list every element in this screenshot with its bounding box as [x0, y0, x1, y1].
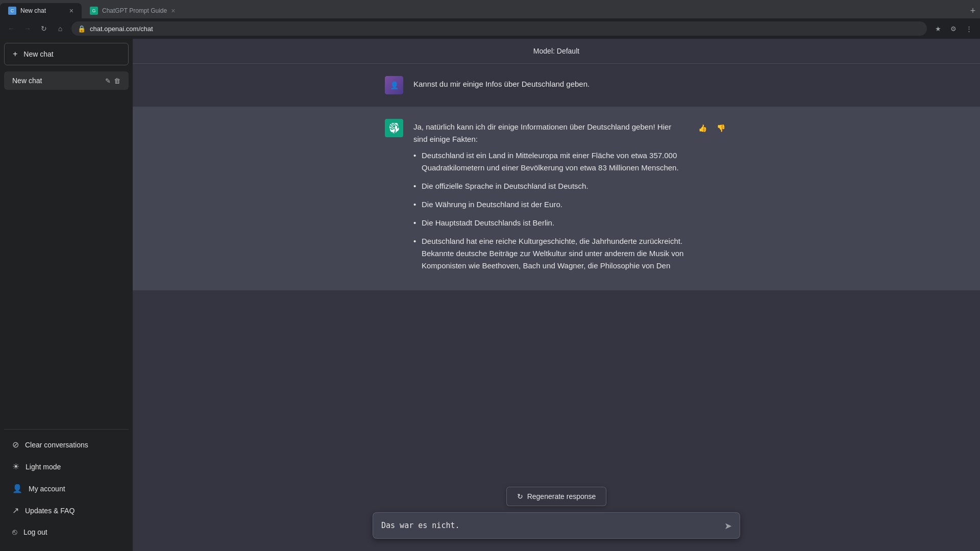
bottom-area: ↻ Regenerate response ➤	[133, 479, 980, 552]
clear-conversations-icon: ⊘	[12, 440, 19, 449]
user-avatar: 👤	[385, 76, 403, 94]
browser-toolbar: ← → ↻ ⌂ 🔒 chat.openai.com/chat ★ ⚙ ⋮	[0, 18, 980, 39]
delete-chat-button[interactable]: 🗑	[114, 77, 120, 85]
clear-conversations-label: Clear conversations	[25, 441, 88, 449]
main-content: Model: Default 👤Kannst du mir einige Inf…	[133, 39, 980, 551]
light-mode-icon: ☀	[12, 462, 19, 471]
sidebar-footer: ⊘Clear conversations☀Light mode👤My accou…	[4, 429, 129, 547]
send-icon: ➤	[724, 520, 732, 532]
browser-tab-tab-new-chat[interactable]: CNew chat×	[0, 3, 82, 18]
browser-tabs: CNew chat×GChatGPT Prompt Guide× +	[0, 0, 980, 18]
bullet-point-4: Deutschland hat eine reiche Kulturgeschi…	[413, 235, 685, 272]
menu-button[interactable]: ⋮	[962, 21, 976, 36]
new-chat-button[interactable]: + New chat	[4, 43, 129, 65]
message-intro: Ja, natürlich kann ich dir einige Inform…	[413, 121, 685, 145]
message-body-msg-2: Ja, natürlich kann ich dir einige Inform…	[413, 119, 685, 278]
sidebar-item-updates-faq[interactable]: ↗Updates & FAQ	[4, 499, 129, 521]
browser-chrome: CNew chat×GChatGPT Prompt Guide× + ← → ↻…	[0, 0, 980, 39]
thumbs-down-button[interactable]: 👎	[714, 121, 728, 135]
edit-chat-button[interactable]: ✎	[105, 77, 111, 85]
sidebar-item-log-out[interactable]: ⎋Log out	[4, 521, 129, 543]
sidebar-item-chat-1[interactable]: New chat✎🗑	[4, 71, 129, 90]
thumbs-up-button[interactable]: 👍	[695, 121, 709, 135]
forward-button[interactable]: →	[20, 21, 35, 36]
toolbar-actions: ★ ⚙ ⋮	[931, 21, 976, 36]
input-container: ➤	[373, 512, 740, 541]
tab-close-button[interactable]: ×	[171, 7, 175, 14]
address-bar[interactable]: 🔒 chat.openai.com/chat	[71, 21, 927, 36]
chat-item-label: New chat	[12, 77, 101, 85]
tab-favicon: C	[8, 7, 16, 15]
bullet-point-1: Die offizielle Sprache in Deutschland is…	[413, 180, 685, 192]
message-bullet-list: Deutschland ist ein Land in Mitteleuropa…	[413, 149, 685, 272]
chat-history: New chat✎🗑	[4, 67, 129, 429]
sidebar-item-light-mode[interactable]: ☀Light mode	[4, 456, 129, 478]
regenerate-label: Regenerate response	[527, 492, 596, 500]
model-label: Model: Default	[133, 39, 980, 64]
bullet-point-3: Die Hauptstadt Deutschlands ist Berlin.	[413, 217, 685, 229]
address-text: chat.openai.com/chat	[90, 25, 153, 33]
bookmark-button[interactable]: ★	[931, 21, 945, 36]
regenerate-icon: ↻	[517, 492, 523, 500]
bullet-point-2: Die Währung in Deutschland ist der Euro.	[413, 198, 685, 211]
tab-title: New chat	[20, 7, 65, 14]
new-chat-label: New chat	[23, 50, 53, 58]
home-button[interactable]: ⌂	[53, 21, 67, 36]
new-tab-button[interactable]: +	[966, 4, 980, 18]
tab-title: ChatGPT Prompt Guide	[102, 7, 167, 14]
tab-close-button[interactable]: ×	[69, 7, 74, 14]
light-mode-label: Light mode	[26, 463, 61, 471]
bullet-point-0: Deutschland ist ein Land in Mitteleuropa…	[413, 149, 685, 174]
regenerate-response-button[interactable]: ↻ Regenerate response	[506, 487, 607, 506]
log-out-label: Log out	[23, 528, 47, 536]
message-body-msg-1: Kannst du mir einige Infos über Deutschl…	[413, 76, 728, 94]
message-row-msg-2: Ja, natürlich kann ich dir einige Inform…	[133, 107, 980, 290]
updates-faq-icon: ↗	[12, 506, 19, 515]
my-account-label: My account	[29, 485, 65, 493]
back-button[interactable]: ←	[4, 21, 18, 36]
updates-faq-label: Updates & FAQ	[25, 507, 75, 515]
tab-favicon: G	[90, 7, 98, 15]
chat-input[interactable]	[373, 512, 740, 539]
extensions-button[interactable]: ⚙	[946, 21, 961, 36]
message-row-msg-1: 👤Kannst du mir einige Infos über Deutsch…	[133, 64, 980, 107]
sidebar: + New chat New chat✎🗑 ⊘Clear conversatio…	[0, 39, 133, 551]
sidebar-item-my-account[interactable]: 👤My account	[4, 478, 129, 499]
regenerate-btn-container: ↻ Regenerate response	[145, 487, 968, 506]
gpt-avatar	[385, 119, 403, 137]
new-chat-plus-icon: +	[13, 49, 17, 59]
app-container: + New chat New chat✎🗑 ⊘Clear conversatio…	[0, 0, 980, 551]
browser-tab-tab-chatgpt-guide[interactable]: GChatGPT Prompt Guide×	[82, 3, 183, 18]
log-out-icon: ⎋	[12, 528, 17, 537]
refresh-button[interactable]: ↻	[37, 21, 51, 36]
sidebar-item-clear-conversations[interactable]: ⊘Clear conversations	[4, 434, 129, 456]
my-account-icon: 👤	[12, 484, 22, 493]
send-button[interactable]: ➤	[722, 518, 734, 534]
